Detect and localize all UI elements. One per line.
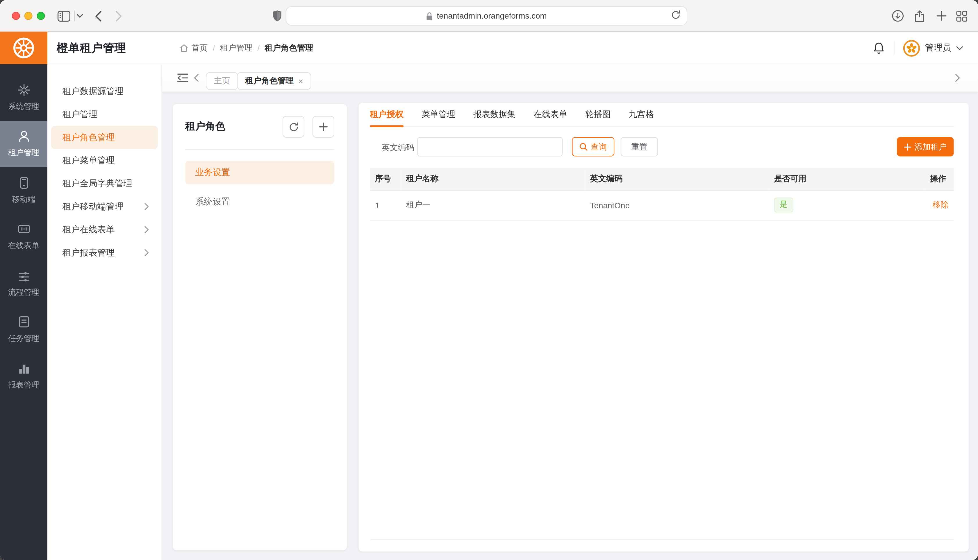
home-icon (180, 43, 188, 52)
rail-item-tenant[interactable]: 租户管理 (0, 120, 47, 167)
sidebar-toggle-icon[interactable] (56, 0, 71, 32)
rail-item-online-form[interactable]: 在线表单 (0, 213, 47, 260)
sliders-icon (17, 268, 31, 283)
forward-icon[interactable] (113, 0, 124, 32)
submenu-item-online-form[interactable]: 租户在线表单 (51, 218, 158, 241)
share-icon[interactable] (913, 0, 926, 32)
table-bottom-divider (370, 539, 954, 540)
tenant-table: 序号 租户名称 英文编码 是否可用 操作 1 租户一 TenantOne 是 移… (370, 168, 954, 220)
avatar (903, 40, 920, 57)
rail-item-task[interactable]: 任务管理 (0, 306, 47, 353)
chevron-right-icon (144, 202, 149, 211)
cell-tenant-name: 租户一 (401, 190, 585, 220)
downloads-icon[interactable] (891, 0, 904, 32)
url-text: tenantadmin.orangeforms.com (437, 11, 547, 21)
page-tabstrip: 主页 租户角色管理 × (162, 64, 978, 92)
plus-icon (319, 122, 328, 131)
col-header-index: 序号 (370, 168, 401, 190)
table-row: 1 租户一 TenantOne 是 移除 (370, 190, 954, 220)
reset-button[interactable]: 重置 (621, 137, 658, 157)
gear-icon (17, 83, 31, 97)
mobile-icon (17, 175, 31, 190)
tabs-scroll-left-icon[interactable] (193, 64, 199, 92)
rail-item-system[interactable]: 系统管理 (0, 74, 47, 120)
rail-item-mobile[interactable]: 移动端 (0, 167, 47, 213)
breadcrumb-separator: / (257, 43, 260, 53)
user-menu[interactable]: 管理员 (903, 40, 963, 57)
submenu-item-tenant[interactable]: 租户管理 (51, 103, 158, 126)
rail-item-process[interactable]: 流程管理 (0, 260, 47, 307)
tab-carousel[interactable]: 轮播图 (585, 103, 610, 127)
close-tab-icon[interactable]: × (298, 77, 304, 85)
username-label: 管理员 (925, 42, 951, 54)
remove-link[interactable]: 移除 (932, 200, 949, 209)
english-code-input[interactable] (417, 137, 563, 157)
tab-report-dataset[interactable]: 报表数据集 (473, 103, 515, 127)
submenu-item-mobile-mgmt[interactable]: 租户移动端管理 (51, 195, 158, 218)
col-header-action: 操作 (925, 168, 954, 190)
tenant-role-panel-header: 租户角色 (185, 104, 334, 150)
tab-overview-icon[interactable] (956, 0, 968, 32)
add-tenant-button[interactable]: 添加租户 (897, 137, 954, 157)
browser-toolbar: tenantadmin.orangeforms.com (0, 0, 978, 32)
minimize-window-button[interactable] (24, 12, 33, 20)
submenu-item-tenant-menu[interactable]: 租户菜单管理 (51, 149, 158, 172)
status-badge: 是 (774, 198, 793, 212)
tab-nine-grid[interactable]: 九宫格 (629, 103, 654, 127)
submenu-item-tenant-role[interactable]: 租户角色管理 (51, 126, 158, 149)
search-icon (579, 143, 588, 151)
tab-tenant-auth[interactable]: 租户授权 (370, 103, 403, 127)
search-toolbar: 英文编码 查询 重置 添加租户 (370, 127, 954, 168)
zoom-window-button[interactable] (37, 12, 45, 20)
tab-tenant-role-mgmt[interactable]: 租户角色管理 × (237, 72, 311, 90)
reload-icon[interactable] (671, 10, 680, 22)
page-title: 橙单租户管理 (57, 32, 126, 64)
url-bar[interactable]: tenantadmin.orangeforms.com (286, 6, 687, 25)
submenu-item-datasource[interactable]: 租户数据源管理 (51, 80, 158, 103)
plus-icon (904, 143, 911, 150)
rail-item-report[interactable]: 报表管理 (0, 353, 47, 399)
cell-index: 1 (370, 190, 401, 220)
macos-window-viewport: tenantadmin.orangeforms.com (0, 0, 978, 560)
role-item-business-settings[interactable]: 业务设置 (185, 161, 334, 185)
tenant-auth-panel: 租户授权 菜单管理 报表数据集 在线表单 轮播图 九宫格 英文编码 查询 重置 … (359, 103, 969, 552)
breadcrumb-home[interactable]: 首页 (180, 42, 208, 54)
query-button[interactable]: 查询 (572, 137, 614, 157)
close-window-button[interactable] (12, 12, 20, 20)
new-tab-icon[interactable] (935, 0, 948, 32)
fold-menu-icon[interactable] (177, 64, 188, 92)
sidebar-chevron-down-icon[interactable] (76, 0, 84, 32)
toolbar-divider (74, 10, 75, 21)
back-icon[interactable] (92, 0, 104, 32)
icon-rail: 系统管理 租户管理 移动端 在线表单 流程管理 (0, 64, 47, 560)
cell-english-code: TenantOne (585, 190, 769, 220)
role-item-system-settings[interactable]: 系统设置 (185, 190, 334, 214)
app-header: 橙单租户管理 首页 / 租户管理 / 租户角色管理 (0, 32, 978, 64)
chevron-right-icon (144, 226, 149, 234)
tab-online-form[interactable]: 在线表单 (533, 103, 567, 127)
tenant-role-panel: 租户角色 业务设置 系统设置 (173, 104, 347, 550)
search-field-label: 英文编码 (382, 142, 414, 153)
content-area: 主页 租户角色管理 × 租户角色 (162, 64, 978, 560)
breadcrumb-tenant-mgmt[interactable]: 租户管理 (220, 42, 252, 54)
col-header-name: 租户名称 (401, 168, 585, 190)
app-logo (0, 32, 47, 64)
refresh-button[interactable] (283, 116, 304, 138)
tab-menu-mgmt[interactable]: 菜单管理 (421, 103, 455, 127)
chart-icon (17, 361, 31, 375)
tenant-role-title: 租户角色 (185, 120, 225, 133)
submenu-item-report-mgmt[interactable]: 租户报表管理 (51, 241, 158, 264)
breadcrumb: 首页 / 租户管理 / 租户角色管理 (180, 32, 313, 64)
header-divider (894, 41, 894, 55)
task-icon (17, 315, 31, 329)
privacy-shield-icon[interactable] (271, 0, 283, 32)
col-header-available: 是否可用 (769, 168, 925, 190)
notification-bell-icon[interactable] (873, 42, 885, 55)
orange-wheel-icon (10, 35, 37, 61)
chevron-down-icon (956, 46, 963, 50)
add-role-button[interactable] (313, 116, 334, 138)
form-icon (17, 222, 31, 236)
submenu-item-dict[interactable]: 租户全局字典管理 (51, 172, 158, 195)
tab-home[interactable]: 主页 (206, 72, 238, 90)
tabs-scroll-right-icon[interactable] (955, 64, 961, 92)
